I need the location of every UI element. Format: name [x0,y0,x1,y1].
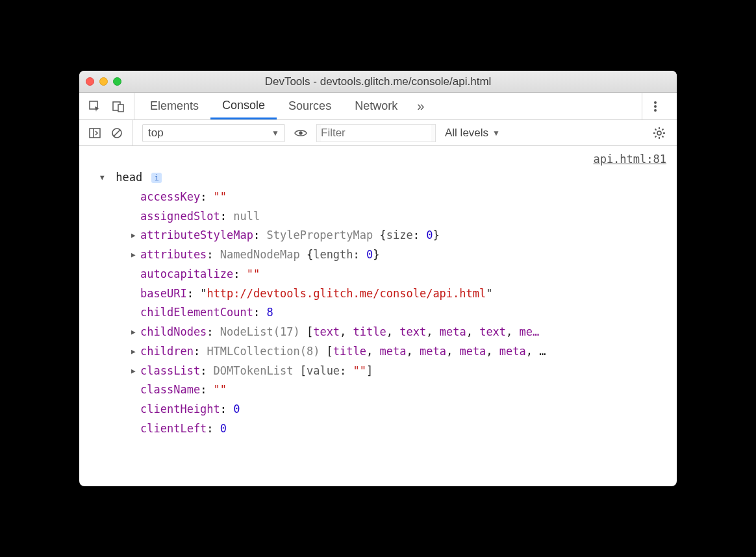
value-token: , [406,345,419,358]
value-token: meta [499,345,526,358]
value-token: , [506,325,519,338]
tab-network[interactable]: Network [343,93,409,119]
device-toggle-icon[interactable] [112,100,125,113]
property-row: autocapitalize: "" [100,265,668,284]
svg-line-16 [655,129,657,130]
object-name: head [116,171,142,184]
value-token: { [307,248,313,261]
disclosure-triangle-icon[interactable] [131,226,140,245]
tab-elements[interactable]: Elements [138,93,210,119]
context-selector[interactable]: top ▼ [142,124,285,142]
property-row: baseURI: "http://devtools.glitch.me/cons… [100,284,668,304]
value-token: DOMTokenList [214,364,300,377]
value-token: [ [300,364,307,377]
property-row: className: "" [100,380,668,400]
svg-line-17 [662,136,663,137]
main-tab-bar: Elements Console Sources Network » [79,93,677,120]
svg-point-3 [654,101,657,104]
value-token: : [353,248,366,261]
property-key: baseURI [140,287,187,300]
value-token: } [433,229,439,241]
window-minimize-button[interactable] [99,77,108,86]
value-token: " [486,287,492,300]
property-row[interactable]: childNodes: NodeList(17) [text, title, t… [100,323,668,342]
value-token: size [386,229,413,241]
value-token: meta [380,345,407,358]
clear-console-icon[interactable] [110,127,123,140]
value-token: title [353,325,386,338]
value-token: "" [214,383,227,396]
tab-sources[interactable]: Sources [277,93,343,119]
svg-point-4 [654,105,657,108]
chevron-down-icon: ▼ [271,129,279,138]
toolbar-left-icons [88,93,134,119]
svg-point-5 [654,109,657,112]
window-close-button[interactable] [86,77,94,86]
svg-rect-2 [118,105,123,112]
value-token: meta [459,345,486,358]
property-key: accessKey [140,190,200,203]
value-token: } [373,248,379,261]
disclosure-triangle-icon[interactable] [100,168,109,188]
log-levels-selector[interactable]: All levels ▼ [445,127,500,140]
value-token: null [233,210,260,223]
value-token: 0 [426,229,433,241]
property-row[interactable]: children: HTMLCollection(8) [title, meta… [100,342,668,362]
value-token: NodeList(17) [220,325,307,338]
window-title: DevTools - devtools.glitch.me/console/ap… [79,75,677,88]
disclosure-triangle-icon[interactable] [131,362,140,381]
disclosure-triangle-icon[interactable] [131,323,140,342]
disclosure-triangle-icon[interactable] [131,342,140,362]
eye-icon[interactable] [294,127,307,140]
object-header[interactable]: head i [100,168,668,188]
traffic-lights [86,77,121,86]
svg-point-11 [657,131,661,135]
tab-console[interactable]: Console [210,93,277,119]
toggle-sidebar-icon[interactable] [88,127,101,140]
property-key: attributeStyleMap [140,229,253,241]
source-link[interactable]: api.html:81 [593,150,666,169]
property-row[interactable]: attributeStyleMap: StylePropertyMap {siz… [100,226,668,245]
property-key: attributes [140,248,207,261]
value-token: length [313,248,353,261]
console-output: api.html:81 head i accessKey: ""assigned… [79,146,677,486]
disclosure-triangle-icon[interactable] [131,245,140,265]
svg-line-18 [655,136,657,137]
console-toolbar: top ▼ All levels ▼ [79,120,677,146]
window-maximize-button[interactable] [113,77,121,86]
tabs-overflow-button[interactable]: » [409,93,432,119]
value-token: , [366,345,379,358]
svg-line-19 [662,129,663,130]
titlebar: DevTools - devtools.glitch.me/console/ap… [79,71,677,93]
property-key: clientLeft [140,422,207,435]
value-token: "" [247,267,260,280]
value-token: text [479,325,506,338]
value-token: "" [214,190,227,203]
value-token: 0 [233,402,240,415]
value-token: , [386,325,399,338]
property-key: assignedSlot [140,210,220,223]
info-badge-icon[interactable]: i [151,173,162,183]
inspect-element-icon[interactable] [88,100,101,113]
console-settings-icon[interactable] [651,127,668,140]
property-row: assignedSlot: null [100,207,668,227]
value-token: meta [440,325,466,338]
levels-label: All levels [445,127,488,140]
property-key: childElementCount [140,306,253,319]
value-token: , … [526,345,546,358]
value-token: 8 [266,306,273,319]
devtools-window: DevTools - devtools.glitch.me/console/ap… [79,71,677,486]
property-key: className [140,383,200,396]
chevron-down-icon: ▼ [492,129,500,138]
panel-tabs: Elements Console Sources Network [134,93,409,119]
value-token: value [307,364,340,377]
property-row[interactable]: classList: DOMTokenList [value: ""] [100,362,668,381]
value-token: [ [307,325,313,338]
svg-point-10 [299,131,302,134]
property-list: accessKey: ""assignedSlot: nullattribute… [100,188,668,439]
kebab-menu-icon[interactable] [642,93,668,119]
logged-object: head i accessKey: ""assignedSlot: nullat… [100,168,668,439]
filter-input[interactable] [321,125,431,142]
value-token: " [200,287,207,300]
property-row[interactable]: attributes: NamedNodeMap {length: 0} [100,245,668,265]
